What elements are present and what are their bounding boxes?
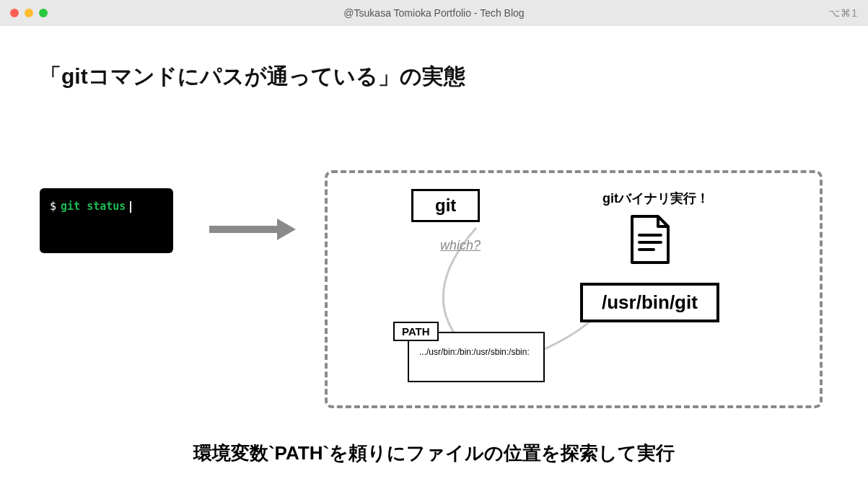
- footer-caption: 環境変数`PATH`を頼りにファイルの位置を探索して実行: [0, 441, 868, 466]
- page-title: 「gitコマンドにパスが通っている」の実態: [40, 62, 828, 92]
- which-annotation: which?: [440, 238, 481, 253]
- window-title: @Tsukasa Tomioka Portfolio - Tech Blog: [0, 7, 868, 19]
- arrow-right-icon: [209, 221, 296, 237]
- terminal-window: $git status: [40, 188, 173, 253]
- terminal-prompt: $: [50, 200, 56, 213]
- slide-content: 「gitコマンドにパスが通っている」の実態 $git status git wh…: [0, 26, 868, 489]
- resolved-path-box: /usr/bin/git: [580, 283, 719, 322]
- git-command-box: git: [411, 189, 480, 222]
- document-icon: [628, 213, 672, 265]
- path-label-box: PATH: [393, 322, 439, 341]
- terminal-command: git status: [61, 200, 126, 213]
- window-shortcut: ⌥⌘1: [828, 7, 858, 19]
- window-titlebar: @Tsukasa Tomioka Portfolio - Tech Blog ⌥…: [0, 0, 868, 26]
- binary-exec-label: gitバイナリ実行！: [602, 190, 709, 207]
- cursor-icon: [130, 201, 131, 213]
